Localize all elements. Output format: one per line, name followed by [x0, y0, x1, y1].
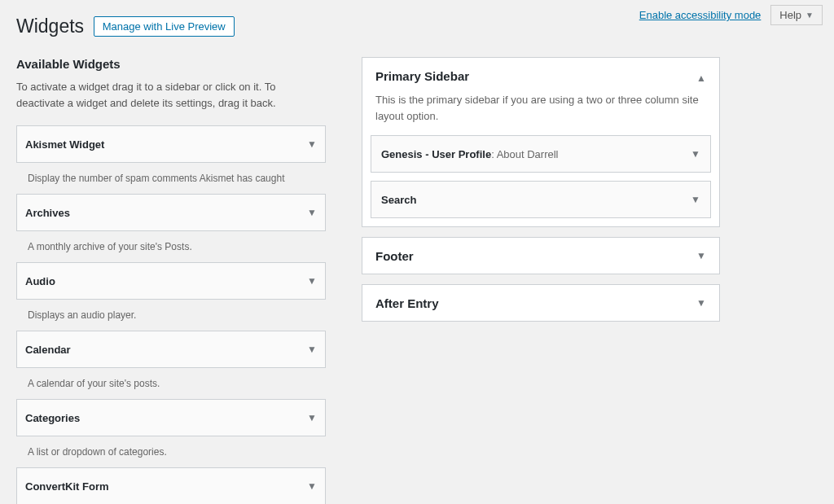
chevron-down-icon: ▼: [691, 194, 700, 205]
available-widget-description: A list or dropdown of categories.: [16, 436, 326, 467]
sidebar-area-primary: Primary Sidebar ▲ This is the primary si…: [362, 57, 720, 227]
sidebar-widget-header[interactable]: Genesis - User Profile: About Darrell▼: [371, 136, 710, 172]
chevron-down-icon: ▼: [696, 250, 706, 261]
available-widget-header[interactable]: Audio▼: [17, 263, 325, 299]
available-widget-title: Akismet Widget: [25, 138, 104, 151]
sidebar-area-footer-header[interactable]: Footer ▼: [362, 238, 719, 274]
chevron-down-icon: ▼: [307, 480, 317, 492]
help-button-label: Help: [779, 9, 801, 21]
sidebar-area-after-entry-header[interactable]: After Entry ▼: [362, 285, 719, 321]
sidebar-widget-title: Search: [381, 194, 416, 206]
chevron-down-icon: ▼: [696, 297, 706, 309]
available-widget-header[interactable]: Categories▼: [17, 400, 325, 436]
available-widget-description: Display the number of spam comments Akis…: [16, 163, 326, 194]
chevron-down-icon: ▼: [307, 138, 317, 150]
available-widget[interactable]: Audio▼: [16, 262, 326, 300]
available-widget-header[interactable]: ConvertKit Form▼: [17, 468, 325, 504]
live-preview-button[interactable]: Manage with Live Preview: [94, 16, 235, 37]
available-widget-title: Audio: [25, 275, 55, 287]
available-widget-description: A calendar of your site's posts.: [16, 368, 326, 399]
available-widget-title: ConvertKit Form: [25, 480, 109, 493]
sidebar-area-after-entry: After Entry ▼: [362, 284, 720, 322]
available-widget-title: Calendar: [25, 344, 71, 356]
chevron-down-icon: ▼: [307, 275, 317, 287]
available-widget-title: Archives: [25, 207, 70, 219]
available-widget[interactable]: ConvertKit Form▼: [16, 467, 326, 504]
available-widget[interactable]: Calendar▼: [16, 331, 326, 368]
available-widget-title: Categories: [25, 412, 80, 424]
chevron-down-icon: ▼: [691, 148, 700, 160]
sidebar-widget[interactable]: Search▼: [371, 181, 711, 218]
chevron-down-icon: ▼: [307, 207, 317, 218]
sidebar-area-primary-description: This is the primary sidebar if you are u…: [362, 84, 719, 135]
available-widget[interactable]: Akismet Widget▼: [16, 125, 326, 163]
sidebar-widget[interactable]: Genesis - User Profile: About Darrell▼: [371, 135, 711, 173]
chevron-down-icon: ▼: [307, 412, 317, 423]
help-button[interactable]: Help ▼: [770, 5, 823, 25]
available-widgets-heading: Available Widgets: [16, 57, 326, 71]
sidebar-area-footer-title: Footer: [375, 249, 414, 263]
enable-accessibility-link[interactable]: Enable accessibility mode: [639, 9, 762, 21]
available-widget-header[interactable]: Archives▼: [17, 195, 325, 230]
available-widget[interactable]: Archives▼: [16, 194, 326, 231]
sidebar-area-primary-header[interactable]: Primary Sidebar ▲: [362, 58, 719, 84]
available-widget-header[interactable]: Akismet Widget▼: [17, 126, 325, 162]
chevron-up-icon: ▲: [696, 72, 706, 84]
chevron-down-icon: ▼: [307, 344, 317, 355]
sidebar-widget-title: Genesis - User Profile: About Darrell: [381, 148, 559, 160]
available-widget[interactable]: Categories▼: [16, 399, 326, 436]
sidebar-widget-subtitle: : About Darrell: [491, 148, 558, 160]
sidebar-area-primary-title: Primary Sidebar: [375, 69, 469, 83]
available-widget-description: Displays an audio player.: [16, 300, 326, 331]
available-widget-description: A monthly archive of your site's Posts.: [16, 231, 326, 262]
page-title: Widgets: [16, 8, 84, 41]
chevron-down-icon: ▼: [805, 11, 814, 20]
available-widgets-description: To activate a widget drag it to a sideba…: [16, 79, 326, 111]
available-widget-header[interactable]: Calendar▼: [17, 331, 325, 367]
sidebar-area-after-entry-title: After Entry: [375, 296, 439, 310]
sidebar-widget-header[interactable]: Search▼: [371, 182, 710, 217]
sidebar-area-footer: Footer ▼: [362, 237, 720, 274]
